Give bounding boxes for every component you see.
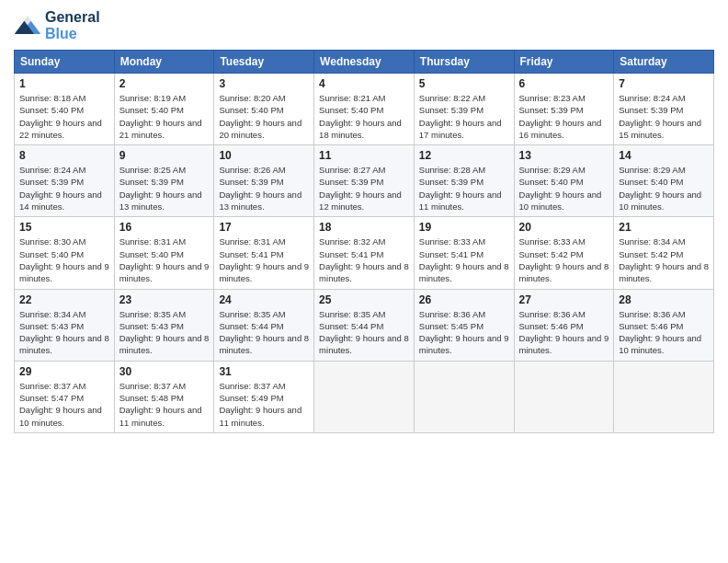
day-info: Sunrise: 8:36 AMSunset: 5:46 PMDaylight:… <box>619 309 701 356</box>
day-number: 14 <box>619 149 709 162</box>
calendar-cell: 10 Sunrise: 8:26 AMSunset: 5:39 PMDaylig… <box>214 145 314 217</box>
calendar-cell <box>314 361 415 432</box>
calendar-day-header: Monday <box>114 51 214 74</box>
calendar-cell: 2 Sunrise: 8:19 AMSunset: 5:40 PMDayligh… <box>114 74 214 145</box>
day-number: 12 <box>419 149 509 162</box>
day-info: Sunrise: 8:35 AMSunset: 5:44 PMDaylight:… <box>219 309 309 356</box>
day-number: 23 <box>119 293 210 306</box>
day-info: Sunrise: 8:30 AMSunset: 5:40 PMDaylight:… <box>19 236 109 283</box>
calendar-cell: 3 Sunrise: 8:20 AMSunset: 5:40 PMDayligh… <box>214 74 314 145</box>
day-info: Sunrise: 8:27 AMSunset: 5:39 PMDaylight:… <box>319 165 402 212</box>
calendar-week-row: 15 Sunrise: 8:30 AMSunset: 5:40 PMDaylig… <box>15 217 714 289</box>
calendar-cell: 6 Sunrise: 8:23 AMSunset: 5:39 PMDayligh… <box>514 74 614 145</box>
calendar-cell: 28 Sunrise: 8:36 AMSunset: 5:46 PMDaylig… <box>614 289 714 361</box>
calendar-cell: 11 Sunrise: 8:27 AMSunset: 5:39 PMDaylig… <box>314 145 415 217</box>
day-info: Sunrise: 8:19 AMSunset: 5:40 PMDaylight:… <box>119 93 202 140</box>
day-number: 9 <box>119 149 210 162</box>
calendar-cell <box>514 361 614 432</box>
day-number: 17 <box>219 221 309 234</box>
day-number: 18 <box>319 221 409 234</box>
day-number: 1 <box>19 77 109 90</box>
calendar-cell: 13 Sunrise: 8:29 AMSunset: 5:40 PMDaylig… <box>514 145 614 217</box>
day-info: Sunrise: 8:37 AMSunset: 5:47 PMDaylight:… <box>19 381 102 428</box>
calendar-day-header: Wednesday <box>314 51 415 74</box>
calendar-week-row: 29 Sunrise: 8:37 AMSunset: 5:47 PMDaylig… <box>15 361 714 432</box>
logo-icon <box>14 16 41 34</box>
day-info: Sunrise: 8:20 AMSunset: 5:40 PMDaylight:… <box>219 93 301 140</box>
day-info: Sunrise: 8:26 AMSunset: 5:39 PMDaylight:… <box>219 165 301 212</box>
calendar-cell: 22 Sunrise: 8:34 AMSunset: 5:43 PMDaylig… <box>15 289 115 361</box>
day-info: Sunrise: 8:36 AMSunset: 5:45 PMDaylight:… <box>419 309 509 356</box>
calendar-cell: 14 Sunrise: 8:29 AMSunset: 5:40 PMDaylig… <box>614 145 714 217</box>
day-info: Sunrise: 8:28 AMSunset: 5:39 PMDaylight:… <box>419 165 502 212</box>
day-number: 24 <box>219 293 309 306</box>
day-info: Sunrise: 8:21 AMSunset: 5:40 PMDaylight:… <box>319 93 402 140</box>
calendar-cell: 17 Sunrise: 8:31 AMSunset: 5:41 PMDaylig… <box>214 217 314 289</box>
calendar-cell: 21 Sunrise: 8:34 AMSunset: 5:42 PMDaylig… <box>614 217 714 289</box>
calendar-cell: 24 Sunrise: 8:35 AMSunset: 5:44 PMDaylig… <box>214 289 314 361</box>
calendar-cell: 25 Sunrise: 8:35 AMSunset: 5:44 PMDaylig… <box>314 289 415 361</box>
day-info: Sunrise: 8:37 AMSunset: 5:48 PMDaylight:… <box>119 381 202 428</box>
calendar-day-header: Saturday <box>614 51 714 74</box>
day-number: 27 <box>519 293 609 306</box>
calendar-day-header: Thursday <box>414 51 514 74</box>
day-info: Sunrise: 8:24 AMSunset: 5:39 PMDaylight:… <box>19 165 102 212</box>
day-number: 11 <box>319 149 409 162</box>
day-info: Sunrise: 8:22 AMSunset: 5:39 PMDaylight:… <box>419 93 502 140</box>
day-info: Sunrise: 8:29 AMSunset: 5:40 PMDaylight:… <box>519 165 602 212</box>
day-info: Sunrise: 8:29 AMSunset: 5:40 PMDaylight:… <box>619 165 701 212</box>
day-info: Sunrise: 8:23 AMSunset: 5:39 PMDaylight:… <box>519 93 602 140</box>
calendar-cell: 7 Sunrise: 8:24 AMSunset: 5:39 PMDayligh… <box>614 74 714 145</box>
day-info: Sunrise: 8:36 AMSunset: 5:46 PMDaylight:… <box>519 309 609 356</box>
day-info: Sunrise: 8:18 AMSunset: 5:40 PMDaylight:… <box>19 93 102 140</box>
calendar-cell: 4 Sunrise: 8:21 AMSunset: 5:40 PMDayligh… <box>314 74 415 145</box>
day-number: 4 <box>319 77 409 90</box>
logo: General Blue <box>14 9 100 42</box>
calendar-day-header: Tuesday <box>214 51 314 74</box>
calendar-cell: 1 Sunrise: 8:18 AMSunset: 5:40 PMDayligh… <box>15 74 115 145</box>
day-number: 19 <box>419 221 509 234</box>
calendar-cell: 9 Sunrise: 8:25 AMSunset: 5:39 PMDayligh… <box>114 145 214 217</box>
calendar-cell: 30 Sunrise: 8:37 AMSunset: 5:48 PMDaylig… <box>114 361 214 432</box>
calendar-cell: 26 Sunrise: 8:36 AMSunset: 5:45 PMDaylig… <box>414 289 514 361</box>
calendar-cell: 31 Sunrise: 8:37 AMSunset: 5:49 PMDaylig… <box>214 361 314 432</box>
day-info: Sunrise: 8:35 AMSunset: 5:44 PMDaylight:… <box>319 309 409 356</box>
day-number: 26 <box>419 293 509 306</box>
calendar-day-header: Sunday <box>15 51 115 74</box>
calendar-table: SundayMondayTuesdayWednesdayThursdayFrid… <box>14 50 714 433</box>
calendar-cell: 15 Sunrise: 8:30 AMSunset: 5:40 PMDaylig… <box>15 217 115 289</box>
logo-text-general: General <box>45 9 100 25</box>
calendar-week-row: 8 Sunrise: 8:24 AMSunset: 5:39 PMDayligh… <box>15 145 714 217</box>
calendar-week-row: 1 Sunrise: 8:18 AMSunset: 5:40 PMDayligh… <box>15 74 714 145</box>
calendar-cell <box>614 361 714 432</box>
calendar-cell: 20 Sunrise: 8:33 AMSunset: 5:42 PMDaylig… <box>514 217 614 289</box>
calendar-cell: 29 Sunrise: 8:37 AMSunset: 5:47 PMDaylig… <box>15 361 115 432</box>
day-info: Sunrise: 8:24 AMSunset: 5:39 PMDaylight:… <box>619 93 701 140</box>
day-info: Sunrise: 8:25 AMSunset: 5:39 PMDaylight:… <box>119 165 202 212</box>
day-number: 31 <box>219 365 309 378</box>
calendar-cell: 5 Sunrise: 8:22 AMSunset: 5:39 PMDayligh… <box>414 74 514 145</box>
calendar-header-row: SundayMondayTuesdayWednesdayThursdayFrid… <box>15 51 714 74</box>
day-number: 16 <box>119 221 210 234</box>
day-info: Sunrise: 8:35 AMSunset: 5:43 PMDaylight:… <box>119 309 210 356</box>
day-number: 15 <box>19 221 109 234</box>
day-number: 2 <box>119 77 210 90</box>
day-number: 21 <box>619 221 709 234</box>
day-info: Sunrise: 8:31 AMSunset: 5:41 PMDaylight:… <box>219 236 309 283</box>
day-info: Sunrise: 8:32 AMSunset: 5:41 PMDaylight:… <box>319 236 409 283</box>
day-number: 5 <box>419 77 509 90</box>
logo-text-blue: Blue <box>45 26 77 41</box>
calendar-body: 1 Sunrise: 8:18 AMSunset: 5:40 PMDayligh… <box>15 74 714 433</box>
day-info: Sunrise: 8:34 AMSunset: 5:43 PMDaylight:… <box>19 309 109 356</box>
calendar-cell <box>414 361 514 432</box>
day-number: 8 <box>19 149 109 162</box>
calendar-cell: 19 Sunrise: 8:33 AMSunset: 5:41 PMDaylig… <box>414 217 514 289</box>
calendar-cell: 12 Sunrise: 8:28 AMSunset: 5:39 PMDaylig… <box>414 145 514 217</box>
day-number: 20 <box>519 221 609 234</box>
calendar-week-row: 22 Sunrise: 8:34 AMSunset: 5:43 PMDaylig… <box>15 289 714 361</box>
day-info: Sunrise: 8:37 AMSunset: 5:49 PMDaylight:… <box>219 381 301 428</box>
calendar-day-header: Friday <box>514 51 614 74</box>
day-info: Sunrise: 8:34 AMSunset: 5:42 PMDaylight:… <box>619 236 709 283</box>
day-number: 28 <box>619 293 709 306</box>
calendar-cell: 23 Sunrise: 8:35 AMSunset: 5:43 PMDaylig… <box>114 289 214 361</box>
